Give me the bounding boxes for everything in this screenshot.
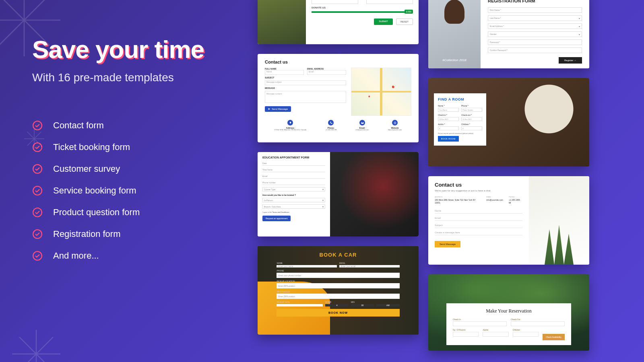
adults-select[interactable]: 3 bbox=[438, 126, 459, 130]
message-textarea[interactable]: Message content bbox=[265, 91, 346, 103]
email-value: info@yoursite.com bbox=[486, 199, 503, 202]
template-book-car-form: BOOK A CAR NAMEEnter your name EMAILEnte… bbox=[258, 246, 419, 335]
subject-input[interactable]: Subject bbox=[435, 222, 522, 228]
course-select[interactable]: Course Type▾ bbox=[262, 187, 325, 191]
ampm-select[interactable]: AM bbox=[376, 304, 399, 306]
branch-select[interactable]: Branch / Sub-Area▾ bbox=[262, 204, 325, 209]
decor-star-icon bbox=[12, 330, 60, 362]
lastname-input[interactable]: Last Name *▾ bbox=[488, 15, 582, 21]
name-input[interactable]: Enter your name bbox=[277, 265, 337, 267]
pickup-input[interactable]: Enter ZIP/Location bbox=[277, 283, 399, 288]
email-input[interactable]: Email bbox=[435, 215, 522, 221]
check-availability-button[interactable]: Check Availability bbox=[543, 334, 565, 340]
reset-button[interactable]: RESET bbox=[396, 19, 413, 25]
feature-item: Contact form bbox=[32, 120, 258, 131]
checkout-label: Check Out bbox=[511, 318, 565, 321]
donate-label: DONATE US bbox=[312, 6, 413, 9]
location-question: How would you like to be located ? bbox=[262, 194, 325, 196]
template-reservation-form: Make Your Reservation Check In Check Out… bbox=[428, 274, 589, 351]
checkin-input[interactable] bbox=[453, 321, 507, 326]
rooms-select[interactable] bbox=[453, 332, 479, 337]
globe-icon bbox=[392, 120, 398, 125]
name-input[interactable]: Name bbox=[435, 208, 522, 214]
feature-item: Customer survey bbox=[32, 164, 258, 174]
feature-label: Ticket booking form bbox=[53, 142, 130, 152]
gender-select[interactable]: Gender▾ bbox=[488, 31, 582, 37]
website-value: https://yoursite.com bbox=[388, 129, 402, 131]
template-side-image bbox=[330, 152, 419, 237]
feature-label: And more... bbox=[53, 251, 99, 261]
email-input[interactable]: Enter your email bbox=[339, 265, 400, 267]
email-input[interactable]: Email bbox=[307, 70, 346, 75]
template-side-image: #Collection 2018 bbox=[428, 0, 481, 68]
mail-icon bbox=[359, 120, 365, 125]
pickup-date-input[interactable] bbox=[277, 304, 323, 306]
phone-input[interactable]: Phone number bbox=[262, 181, 325, 185]
phone-value: +1 235 2355 98 bbox=[509, 199, 522, 204]
hour-select[interactable]: 4 bbox=[325, 304, 348, 306]
phone-input[interactable]: Enter your phone number bbox=[277, 273, 399, 278]
donation-slider[interactable]: $ 500 bbox=[312, 11, 413, 13]
template-contact-simple-form: Contact us We're open for any suggestion… bbox=[428, 176, 589, 265]
password-input[interactable]: Password * bbox=[488, 39, 582, 45]
adults-select[interactable] bbox=[483, 332, 508, 337]
phone-value: +1 235 2355 98 bbox=[325, 129, 336, 131]
map-widget[interactable] bbox=[351, 68, 411, 116]
gallery-col-left: PHONE NUMBER * PAYABLE AT DONATE US $ 50… bbox=[258, 0, 419, 362]
time-input[interactable]: Time frame bbox=[262, 168, 325, 172]
payable-input[interactable] bbox=[366, 0, 413, 4]
confirm-password-input[interactable]: Confirm Password * bbox=[488, 47, 582, 53]
feature-item: Product question form bbox=[32, 207, 258, 218]
form-title: Make Your Reservation bbox=[453, 308, 565, 314]
checkout-input[interactable] bbox=[511, 321, 565, 326]
check-circle-icon bbox=[32, 185, 43, 196]
image-caption: #Collection 2018 bbox=[442, 58, 466, 62]
gallery-col-right: #Collection 2018 REGISTRATION FORM First… bbox=[428, 0, 589, 362]
adults-label: Adults * bbox=[438, 123, 459, 125]
phone-input[interactable] bbox=[312, 0, 358, 4]
template-side-image bbox=[529, 176, 589, 265]
pickup-loc-label: PICKUP LOCATION bbox=[277, 280, 399, 282]
book-room-button[interactable]: BOOK ROOM bbox=[438, 136, 459, 142]
feature-label: Contact form bbox=[53, 120, 104, 131]
assistance-note: Do you require special assistance (pleas… bbox=[438, 132, 482, 134]
phone-input[interactable]: Phone Number bbox=[461, 108, 482, 112]
inperson-select[interactable]: In-Person▾ bbox=[262, 198, 325, 202]
min-label: MIN bbox=[351, 301, 374, 303]
book-now-button[interactable]: BOOK NOW bbox=[277, 309, 399, 317]
phone-label: PHONE bbox=[509, 196, 522, 198]
request-appointment-button[interactable]: Request an appointment bbox=[262, 216, 291, 221]
min-select[interactable]: 00 bbox=[351, 304, 374, 306]
checkout-input[interactable]: 25 Nov 2022 bbox=[461, 117, 482, 121]
children-select[interactable] bbox=[513, 332, 539, 337]
email-input[interactable]: Email Address *▾ bbox=[488, 23, 582, 29]
firstname-input[interactable]: First Name * bbox=[488, 7, 582, 13]
destination-input[interactable]: Enter ZIP/Location bbox=[277, 294, 399, 299]
feature-label: Service booking form bbox=[53, 185, 136, 196]
send-message-button[interactable]: Send Message bbox=[265, 106, 291, 112]
submit-button[interactable]: SUBMIT bbox=[374, 19, 393, 25]
message-input[interactable]: Create a message here bbox=[435, 230, 522, 235]
form-title: Contact us bbox=[435, 182, 522, 188]
date-input[interactable]: Date bbox=[262, 161, 325, 166]
fullname-input[interactable]: Name bbox=[265, 70, 304, 75]
check-circle-icon bbox=[32, 120, 43, 131]
subject-input[interactable]: Message subject bbox=[265, 80, 346, 85]
send-message-button[interactable]: Send Message bbox=[435, 241, 460, 247]
feature-label: Product question form bbox=[53, 207, 140, 218]
name-label: Name * bbox=[438, 105, 459, 107]
destination-label: DESTINATION bbox=[277, 290, 399, 293]
check-circle-icon bbox=[32, 207, 43, 218]
children-select[interactable]: 3 bbox=[461, 126, 482, 130]
hero-subtitle: With 16 pre-made templates bbox=[32, 71, 258, 84]
email-input[interactable]: Email bbox=[262, 174, 325, 179]
checkin-input[interactable]: 23 Nov 2022 bbox=[438, 117, 459, 121]
address-value: 150 West 28th Street, Suite 721 New York… bbox=[435, 199, 481, 204]
register-button[interactable]: Register → bbox=[559, 57, 582, 64]
svg-point-19 bbox=[394, 121, 396, 123]
name-input[interactable]: Your Name bbox=[438, 108, 459, 112]
pickup-date-label: PICKUP DATE bbox=[277, 301, 323, 303]
email-label: EMAIL bbox=[486, 196, 503, 198]
adults-label: Adults bbox=[483, 329, 508, 331]
address-value: 57 Erb St W, Waterloo, ON N2L1C2, Canada bbox=[275, 129, 307, 131]
